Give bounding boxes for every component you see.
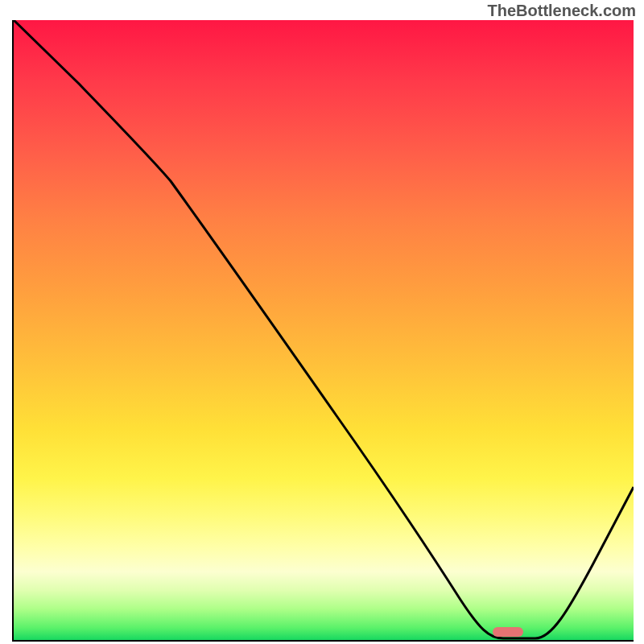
chart-marker-pill: [493, 627, 523, 637]
chart-curve-path: [14, 20, 634, 638]
chart-curve-svg: [14, 20, 634, 640]
watermark-label: TheBottleneck.com: [488, 2, 636, 20]
chart-plot-area: [12, 20, 634, 642]
